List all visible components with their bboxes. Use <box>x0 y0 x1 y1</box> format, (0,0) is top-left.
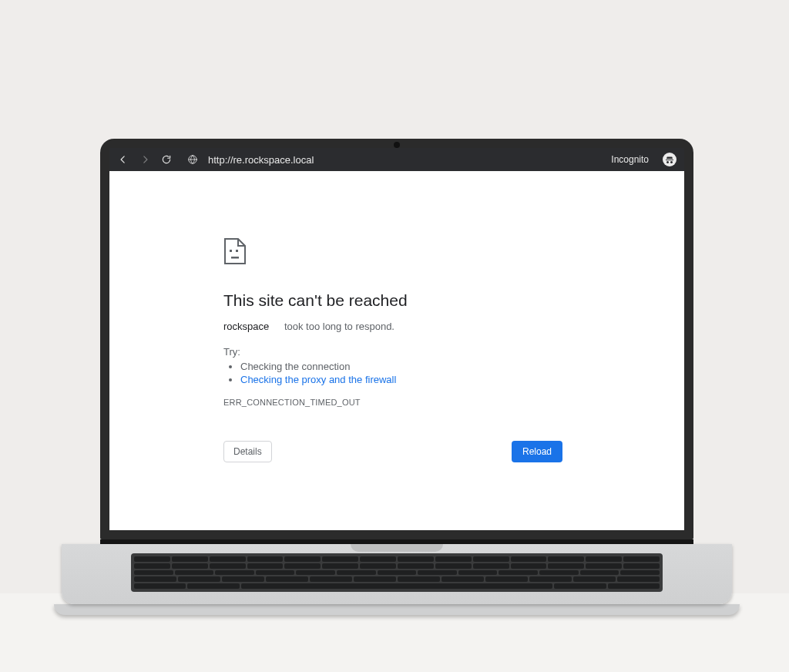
error-subtitle-text: took too long to respond. <box>284 321 394 332</box>
tip-proxy: Checking the proxy and the firewall <box>240 374 562 385</box>
details-button[interactable]: Details <box>223 441 272 462</box>
page-body: This site can't be reached rockspace too… <box>109 171 684 530</box>
scene-background: http://re.rockspace.local Incognito <box>0 0 789 672</box>
incognito-icon[interactable] <box>663 153 677 166</box>
laptop-keyboard <box>131 553 663 592</box>
svg-rect-3 <box>231 257 239 259</box>
reload-icon[interactable] <box>160 153 173 166</box>
webcam-dot <box>394 142 400 148</box>
reload-button[interactable]: Reload <box>512 441 562 462</box>
svg-rect-2 <box>236 250 238 252</box>
tip-proxy-link[interactable]: Checking the proxy and the firewall <box>240 374 396 385</box>
error-code: ERR_CONNECTION_TIMED_OUT <box>223 398 562 407</box>
error-title: This site can't be reached <box>223 291 562 310</box>
address-bar-url[interactable]: http://re.rockspace.local <box>208 154 314 166</box>
incognito-label: Incognito <box>611 154 649 165</box>
sad-document-icon <box>223 237 562 265</box>
laptop: http://re.rockspace.local Incognito <box>100 139 693 615</box>
tip-connection: Checking the connection <box>240 361 562 372</box>
error-subtitle: rockspace took too long to respond. <box>223 321 562 332</box>
svg-rect-1 <box>230 250 232 252</box>
laptop-keyboard-deck <box>62 544 732 604</box>
try-label: Try: <box>223 346 562 358</box>
laptop-foot <box>54 604 740 615</box>
browser-toolbar: http://re.rockspace.local Incognito <box>109 148 684 171</box>
globe-icon <box>186 153 199 166</box>
tips-list: Checking the connection Checking the pro… <box>223 361 562 385</box>
error-content: This site can't be reached rockspace too… <box>223 237 562 407</box>
back-icon[interactable] <box>117 153 129 166</box>
browser-window: http://re.rockspace.local Incognito <box>109 148 684 530</box>
forward-icon[interactable] <box>139 153 151 166</box>
error-host: rockspace <box>223 321 269 332</box>
button-row: Details Reload <box>223 441 562 462</box>
laptop-screen-frame: http://re.rockspace.local Incognito <box>100 139 693 539</box>
laptop-notch <box>351 544 443 552</box>
